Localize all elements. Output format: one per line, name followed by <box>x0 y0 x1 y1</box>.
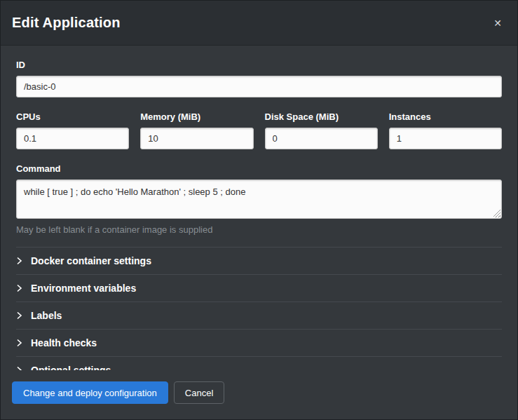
memory-field-group: Memory (MiB) <box>140 111 253 149</box>
edit-application-modal: Edit Application ✕ ID CPUs Memory (MiB) … <box>0 0 518 420</box>
chevron-right-icon <box>16 257 22 265</box>
modal-body: ID CPUs Memory (MiB) Disk Space (MiB) In… <box>1 46 517 370</box>
section-environment-variables[interactable]: Environment variables <box>16 275 502 302</box>
command-field-group: Command while [ true ] ; do echo 'Hello … <box>16 163 502 235</box>
section-labels[interactable]: Labels <box>16 302 502 330</box>
command-label: Command <box>16 163 502 174</box>
instances-field-group: Instances <box>389 111 502 149</box>
instances-input[interactable] <box>389 128 502 149</box>
command-textarea-wrap: while [ true ] ; do echo 'Hello Marathon… <box>16 179 502 219</box>
section-docker-container-settings[interactable]: Docker container settings <box>16 248 502 275</box>
section-label: Health checks <box>31 337 97 348</box>
modal-header: Edit Application ✕ <box>1 1 517 46</box>
disk-input[interactable] <box>265 128 378 149</box>
chevron-right-icon <box>16 284 22 292</box>
disk-label: Disk Space (MiB) <box>265 111 378 122</box>
id-input[interactable] <box>16 76 502 97</box>
section-label: Optional settings <box>31 365 111 370</box>
cpus-input[interactable] <box>16 128 129 149</box>
section-health-checks[interactable]: Health checks <box>16 330 502 357</box>
memory-label: Memory (MiB) <box>140 111 253 122</box>
chevron-right-icon <box>16 339 22 347</box>
section-optional-settings[interactable]: Optional settings <box>16 357 502 370</box>
section-label: Environment variables <box>31 283 136 294</box>
collapsible-sections: Docker container settings Environment va… <box>16 247 502 370</box>
resources-row: CPUs Memory (MiB) Disk Space (MiB) Insta… <box>16 111 502 149</box>
memory-input[interactable] <box>140 128 253 149</box>
command-help-text: May be left blank if a container image i… <box>16 224 502 235</box>
cancel-button[interactable]: Cancel <box>174 381 224 404</box>
chevron-right-icon <box>16 311 22 320</box>
id-field-group: ID <box>16 60 502 97</box>
instances-label: Instances <box>389 111 502 122</box>
id-label: ID <box>16 60 502 70</box>
cpus-label: CPUs <box>16 111 129 122</box>
cpus-field-group: CPUs <box>16 111 129 149</box>
disk-field-group: Disk Space (MiB) <box>265 111 378 149</box>
modal-footer: Change and deploy configuration Cancel <box>1 370 517 419</box>
command-input[interactable]: while [ true ] ; do echo 'Hello Marathon… <box>16 179 502 219</box>
close-icon: ✕ <box>493 18 502 29</box>
section-label: Docker container settings <box>31 255 151 266</box>
section-label: Labels <box>31 310 62 321</box>
change-and-deploy-button[interactable]: Change and deploy configuration <box>12 381 168 404</box>
close-button[interactable]: ✕ <box>489 14 506 32</box>
modal-title: Edit Application <box>12 15 121 31</box>
